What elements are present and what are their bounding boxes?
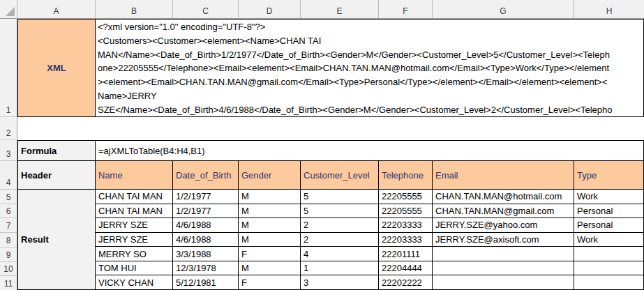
cell-email[interactable]: [433, 261, 574, 276]
row-header-2[interactable]: 2: [0, 117, 17, 140]
cell-date-of-birth[interactable]: 3/3/1988: [173, 247, 239, 261]
cell-email[interactable]: JERRY.SZE@axisoft.com: [433, 233, 574, 247]
cell-date-of-birth[interactable]: 12/3/1978: [173, 261, 239, 276]
table-row: CHAN TAI MAN 1/2/1977 M 5 22205555 CHAN.…: [96, 190, 644, 204]
cell-telephone[interactable]: 22205555: [379, 204, 433, 219]
header-cell-email[interactable]: Email: [433, 161, 574, 190]
xml-line: Name>JERRY: [98, 89, 643, 103]
cell-customer-level[interactable]: 5: [301, 190, 379, 204]
row-header-4[interactable]: 4: [0, 161, 17, 190]
column-header-e[interactable]: E: [301, 0, 379, 18]
cell-email[interactable]: CHAN.TAN.MAN@gmail.com: [433, 204, 574, 219]
cell-customer-level[interactable]: 4: [301, 247, 379, 261]
cell-name[interactable]: MERRY SO: [96, 247, 173, 261]
cell-gender[interactable]: M: [239, 261, 301, 276]
header-label-cell[interactable]: Header: [17, 161, 96, 190]
cell-name[interactable]: VICKY CHAN: [96, 275, 173, 290]
cell-date-of-birth[interactable]: 5/12/1981: [173, 275, 239, 290]
select-all-button[interactable]: [0, 0, 17, 18]
cell-telephone[interactable]: 22204444: [379, 261, 433, 276]
table-row: TOM HUI 12/3/1978 M 1 22204444: [96, 261, 644, 276]
row-header-7[interactable]: 7: [0, 218, 17, 233]
cell-gender[interactable]: M: [239, 233, 301, 247]
cell-gender[interactable]: F: [239, 247, 301, 261]
cell-type[interactable]: Work: [574, 233, 644, 247]
header-cell-date-of-birth[interactable]: Date_of_Birth: [173, 161, 239, 190]
column-headers: A B C D E F G H: [0, 0, 644, 19]
result-block: Result CHAN TAI MAN 1/2/1977 M 5 2220555…: [17, 190, 644, 290]
column-header-c[interactable]: C: [173, 0, 239, 18]
cell-telephone[interactable]: 22202222: [379, 275, 433, 290]
column-header-b[interactable]: B: [96, 0, 173, 18]
xml-line: MAN</Name><Date_of_Birth>1/2/1977</Date_…: [98, 48, 643, 62]
xml-label-cell[interactable]: XML: [17, 19, 96, 117]
cell-date-of-birth[interactable]: 1/2/1977: [173, 204, 239, 219]
column-header-g[interactable]: G: [433, 0, 574, 18]
row-headers: 1 2 3 4 5 6 7 8 9 10 11: [0, 19, 17, 290]
cell-name[interactable]: CHAN TAI MAN: [96, 190, 173, 204]
row-header-1[interactable]: 1: [0, 19, 17, 117]
table-row: MERRY SO 3/3/1988 F 4 22201111: [96, 247, 644, 261]
cell-gender[interactable]: F: [239, 275, 301, 290]
header-cell-name[interactable]: Name: [96, 161, 173, 190]
cell-type[interactable]: Work: [574, 190, 644, 204]
formula-row: Formula =ajXMLToTable(B4:H4,B1): [17, 140, 644, 161]
cell-name[interactable]: JERRY SZE: [96, 233, 173, 247]
cell-email[interactable]: [433, 275, 574, 290]
cell-name[interactable]: JERRY SZE: [96, 218, 173, 233]
cell-customer-level[interactable]: 2: [301, 218, 379, 233]
column-header-h[interactable]: H: [574, 0, 644, 18]
xml-line: one>22205555</Telephone><Email><element>…: [98, 61, 643, 75]
column-header-a[interactable]: A: [17, 0, 96, 18]
cell-telephone[interactable]: 22201111: [379, 247, 433, 261]
cell-name[interactable]: CHAN TAI MAN: [96, 204, 173, 219]
spreadsheet: A B C D E F G H 1 2 3 4 5 6 7 8 9 10 11 …: [0, 0, 644, 290]
result-label-cell[interactable]: Result: [17, 190, 96, 290]
cell-customer-level[interactable]: 5: [301, 204, 379, 219]
row-header-3[interactable]: 3: [0, 140, 17, 161]
row-header-11[interactable]: 11: [0, 276, 17, 290]
row-header-9[interactable]: 9: [0, 247, 17, 262]
cell-telephone[interactable]: 22203333: [379, 233, 433, 247]
cell-date-of-birth[interactable]: 1/2/1977: [173, 190, 239, 204]
cell-type[interactable]: [574, 247, 644, 261]
cell-telephone[interactable]: 22203333: [379, 218, 433, 233]
cell-gender[interactable]: M: [239, 218, 301, 233]
cell-gender[interactable]: M: [239, 190, 301, 204]
xml-line: ><element><Email>CHAN.TAN.MAN@gmail.com<…: [98, 75, 643, 89]
row-header-6[interactable]: 6: [0, 204, 17, 219]
cell-customer-level[interactable]: 2: [301, 233, 379, 247]
cell-type[interactable]: [574, 261, 644, 276]
cell-telephone[interactable]: 22205555: [379, 190, 433, 204]
empty-row[interactable]: [17, 117, 644, 140]
xml-line: <?xml version="1.0" encoding="UTF-8"?>: [98, 20, 643, 34]
cell-email[interactable]: [433, 247, 574, 261]
cell-customer-level[interactable]: 3: [301, 275, 379, 290]
cell-type[interactable]: [574, 275, 644, 290]
row-header-5[interactable]: 5: [0, 190, 17, 204]
cell-email[interactable]: CHAN.TAN.MAN@hotmail.com: [433, 190, 574, 204]
xml-row: XML <?xml version="1.0" encoding="UTF-8"…: [17, 19, 644, 117]
cell-type[interactable]: Personal: [574, 204, 644, 219]
table-row: JERRY SZE 4/6/1988 M 2 22203333 JERRY.SZ…: [96, 233, 644, 247]
cell-email[interactable]: JERRY.SZE@yahoo.com: [433, 218, 574, 233]
cell-date-of-birth[interactable]: 4/6/1988: [173, 233, 239, 247]
column-header-f[interactable]: F: [379, 0, 433, 18]
cell-gender[interactable]: M: [239, 204, 301, 219]
row-header-8[interactable]: 8: [0, 233, 17, 247]
table-row: CHAN TAI MAN 1/2/1977 M 5 22205555 CHAN.…: [96, 204, 644, 219]
header-cell-telephone[interactable]: Telephone: [379, 161, 433, 190]
header-cell-type[interactable]: Type: [574, 161, 644, 190]
row-header-10[interactable]: 10: [0, 262, 17, 277]
cell-customer-level[interactable]: 1: [301, 261, 379, 276]
cell-date-of-birth[interactable]: 4/6/1988: [173, 218, 239, 233]
cell-name[interactable]: TOM HUI: [96, 261, 173, 276]
column-header-d[interactable]: D: [239, 0, 301, 18]
header-cell-gender[interactable]: Gender: [239, 161, 301, 190]
xml-content-cell[interactable]: <?xml version="1.0" encoding="UTF-8"?> <…: [96, 19, 644, 117]
header-cell-customer-level[interactable]: Customer_Level: [301, 161, 379, 190]
formula-cell[interactable]: =ajXMLToTable(B4:H4,B1): [96, 140, 644, 161]
cell-type[interactable]: Personal: [574, 218, 644, 233]
formula-label-cell[interactable]: Formula: [17, 140, 96, 161]
select-all-triangle-icon: [6, 7, 15, 16]
